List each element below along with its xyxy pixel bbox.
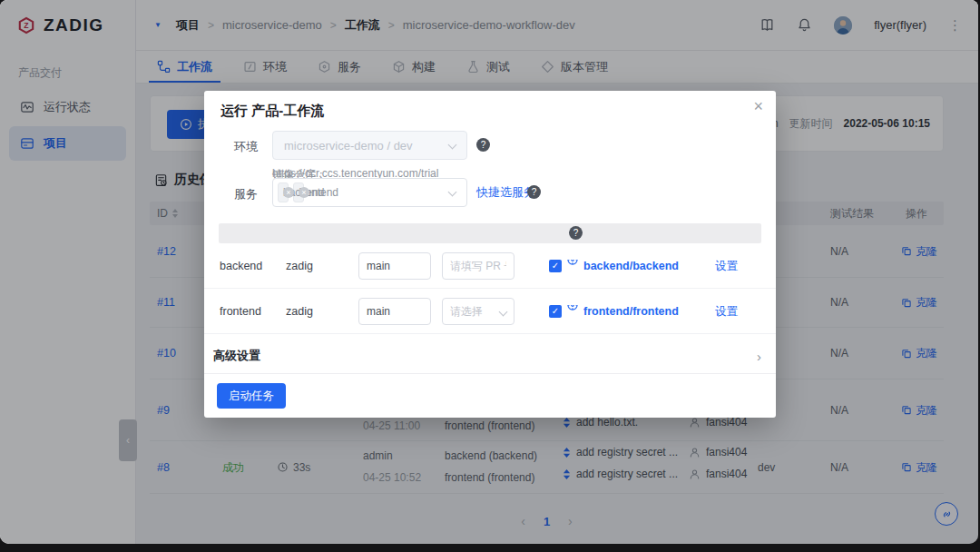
- remove-tag-icon[interactable]: ×: [283, 187, 294, 198]
- repo-name: zadig: [286, 305, 313, 318]
- chevron-down-icon: [448, 188, 457, 197]
- help-icon[interactable]: ?: [569, 226, 583, 240]
- service-name: backend: [220, 260, 262, 272]
- close-icon[interactable]: ×: [753, 97, 763, 116]
- service-table-header-bar: [219, 223, 761, 243]
- chevron-down-icon: [448, 141, 457, 150]
- settings-link[interactable]: 设置: [715, 258, 738, 273]
- help-icon[interactable]: ?: [527, 185, 541, 199]
- settings-link[interactable]: 设置: [715, 303, 738, 319]
- branch-input[interactable]: [358, 298, 431, 325]
- modal-title: 运行 产品-工作流: [220, 103, 324, 120]
- branch-input[interactable]: [358, 252, 431, 280]
- build-target-link[interactable]: frontend/frontend: [583, 305, 679, 318]
- remove-tag-icon[interactable]: ×: [299, 187, 309, 198]
- service-multiselect[interactable]: backend × frontend ×: [272, 178, 467, 207]
- build-target-link[interactable]: backend/backend: [583, 260, 679, 272]
- env-select[interactable]: microservice-demo / dev: [272, 131, 467, 160]
- advanced-settings-toggle[interactable]: 高级设置 ›: [204, 338, 776, 374]
- service-name: frontend: [220, 305, 261, 318]
- run-workflow-modal: 运行 产品-工作流 × 环境 microservice-demo / dev ?…: [204, 91, 776, 418]
- pr-input[interactable]: [442, 252, 514, 280]
- help-icon[interactable]: ?: [476, 138, 490, 152]
- repo-name: zadig: [286, 260, 313, 272]
- build-checkbox[interactable]: ✓: [549, 260, 562, 272]
- service-tag: backend ×: [278, 182, 289, 202]
- build-checkbox[interactable]: ✓: [549, 305, 562, 318]
- build-icon: [566, 305, 579, 318]
- advanced-settings-label: 高级设置: [213, 348, 260, 364]
- chevron-right-icon: ›: [757, 348, 761, 363]
- app-window: Z ZADIG 产品交付 运行状态 项目 ▼ 项目 > microservice…: [0, 0, 978, 544]
- env-select-value: microservice-demo / dev: [284, 139, 413, 153]
- env-label: 环境: [234, 139, 258, 155]
- pr-select-placeholder: 请选择: [450, 303, 483, 319]
- screen-frame: Z ZADIG 产品交付 运行状态 项目 ▼ 项目 > microservice…: [0, 0, 980, 552]
- modal-service-row: backend zadig ✓ backend/backend 设置: [204, 243, 776, 289]
- pr-select[interactable]: 请选择: [442, 298, 514, 325]
- chevron-down-icon: [499, 307, 508, 316]
- service-label: 服务: [234, 186, 258, 202]
- build-icon: [566, 260, 579, 272]
- modal-service-row: frontend zadig 请选择 ✓ frontend/frontend 设…: [204, 289, 776, 334]
- selected-tags: backend × frontend ×: [278, 182, 304, 202]
- start-task-button[interactable]: 启动任务: [217, 383, 286, 409]
